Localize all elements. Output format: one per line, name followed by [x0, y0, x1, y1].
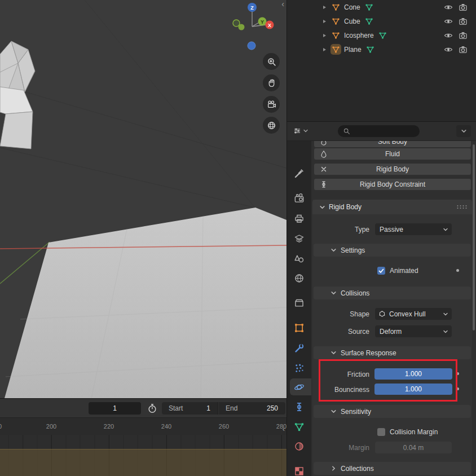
- pan-button[interactable]: [263, 74, 280, 91]
- tab-world-properties[interactable]: [294, 273, 305, 284]
- ruler-tick: 220: [104, 423, 114, 430]
- rigid-body-panel-header[interactable]: Rigid Body: [312, 200, 472, 214]
- add-rigid-body-constraint-button[interactable]: Rigid Body Constraint: [314, 179, 471, 190]
- layers-icon: [294, 233, 305, 244]
- tab-view-layer-properties[interactable]: [294, 233, 305, 244]
- ruler-tick-partial: 0: [0, 423, 2, 430]
- tab-collection-properties[interactable]: [294, 298, 305, 308]
- object-name[interactable]: Cone: [344, 3, 360, 11]
- constraint-icon: [294, 402, 305, 412]
- object-name[interactable]: Plane: [344, 46, 362, 54]
- eye-icon[interactable]: [444, 45, 453, 54]
- ruler-tick: 260: [219, 423, 229, 430]
- chevron-down-icon: [443, 329, 448, 334]
- drag-grip-icon[interactable]: [456, 204, 468, 210]
- 3d-viewport[interactable]: Z Y X ‹: [0, 0, 287, 398]
- eye-icon[interactable]: [444, 17, 453, 26]
- outliner-row-cone[interactable]: Cone: [287, 0, 476, 14]
- tab-tool-properties[interactable]: [294, 168, 305, 179]
- filter-dropdown-button[interactable]: [456, 125, 471, 137]
- tool-icon: [294, 168, 305, 179]
- collection-box-icon: [294, 298, 305, 308]
- outliner-row-cube[interactable]: Cube: [287, 14, 476, 28]
- tab-material-properties[interactable]: [294, 441, 305, 452]
- object-name[interactable]: Cube: [344, 17, 360, 25]
- outliner-row-plane[interactable]: Plane: [287, 42, 476, 56]
- settings-subpanel-header[interactable]: Settings: [314, 244, 471, 257]
- source-dropdown[interactable]: Deform: [375, 325, 452, 337]
- properties-panel: Soft Body Fluid Rigid Body Rigid Body Co…: [287, 121, 476, 476]
- properties-scrollbar[interactable]: [473, 144, 475, 330]
- tab-scene-properties[interactable]: [294, 253, 305, 264]
- start-value: 1: [206, 404, 210, 412]
- animated-checkbox[interactable]: [377, 267, 385, 275]
- object-square-icon: [294, 323, 305, 333]
- timeline-track-area[interactable]: [0, 435, 287, 476]
- negative-z-axis-ball[interactable]: [248, 42, 255, 50]
- current-frame-field[interactable]: 1: [89, 402, 141, 415]
- tab-object-data-properties[interactable]: [294, 421, 305, 432]
- droplet-icon: [320, 150, 328, 158]
- camera-icon[interactable]: [459, 17, 468, 26]
- axis-negative-ball[interactable]: [233, 20, 240, 27]
- axis-ball[interactable]: [239, 24, 245, 30]
- mesh-data-icon: [378, 31, 387, 39]
- printer-icon: [294, 213, 305, 224]
- margin-label: Margin: [311, 442, 369, 453]
- tab-particle-properties[interactable]: [294, 363, 305, 373]
- chevron-down-icon: [330, 247, 337, 253]
- add-soft-body-button[interactable]: Soft Body: [314, 141, 471, 147]
- object-name[interactable]: Icosphere: [344, 32, 374, 39]
- panel-title: Collections: [341, 465, 374, 473]
- animate-dot[interactable]: [456, 269, 459, 272]
- tab-render-properties[interactable]: [294, 193, 305, 204]
- tab-object-properties[interactable]: [294, 323, 305, 333]
- check-icon: [378, 267, 385, 274]
- expand-arrow-icon[interactable]: [322, 33, 327, 38]
- outliner-row-icosphere[interactable]: Icosphere: [287, 28, 476, 42]
- tab-physics-properties[interactable]: [294, 382, 305, 393]
- sensitivity-subpanel-header[interactable]: Sensitivity: [314, 405, 471, 418]
- tab-output-properties[interactable]: [294, 213, 305, 224]
- tab-modifier-properties[interactable]: [294, 343, 305, 354]
- camera-icon[interactable]: [459, 3, 468, 12]
- search-input[interactable]: [338, 125, 420, 137]
- shape-dropdown[interactable]: Convex Hull: [375, 308, 452, 320]
- collision-margin-checkbox[interactable]: [377, 428, 385, 436]
- expand-arrow-icon[interactable]: [322, 19, 327, 24]
- collections-panel-header[interactable]: Collections: [314, 462, 471, 475]
- eye-icon[interactable]: [444, 31, 453, 40]
- zoom-button[interactable]: [263, 53, 280, 70]
- navigation-gizmo[interactable]: Z Y X: [227, 0, 277, 52]
- eye-icon[interactable]: [444, 3, 453, 12]
- constraint-icon: [320, 180, 328, 188]
- timeline-ruler[interactable]: 0 200 220 240 260 280 ‹: [0, 418, 287, 435]
- tab-texture-properties[interactable]: [294, 466, 305, 476]
- properties-editor-icon: [293, 126, 302, 135]
- end-label: End: [226, 404, 237, 412]
- camera-icon[interactable]: [459, 31, 468, 40]
- remove-rigid-body-button[interactable]: Rigid Body: [314, 164, 471, 175]
- editor-type-button[interactable]: [293, 126, 308, 135]
- subpanel-title: Settings: [341, 246, 365, 254]
- camera-icon[interactable]: [459, 45, 468, 54]
- end-frame-field[interactable]: End 250: [219, 402, 285, 415]
- collapse-arrow-icon[interactable]: ‹: [283, 425, 285, 433]
- expand-arrow-icon[interactable]: [322, 47, 327, 52]
- orthographic-toggle-button[interactable]: [263, 117, 280, 134]
- tab-constraint-properties[interactable]: [294, 402, 305, 412]
- add-fluid-button[interactable]: Fluid: [314, 148, 471, 160]
- type-dropdown[interactable]: Passive: [375, 223, 452, 235]
- expand-arrow-icon[interactable]: [322, 5, 327, 10]
- collisions-subpanel-header[interactable]: Collisions: [314, 287, 471, 299]
- stopwatch-icon[interactable]: [147, 403, 157, 413]
- start-frame-field[interactable]: Start 1: [162, 402, 218, 415]
- panel-title: Rigid Body: [329, 203, 362, 211]
- camera-view-button[interactable]: [263, 96, 280, 113]
- surface-response-subpanel-header[interactable]: Surface Response: [314, 346, 471, 359]
- collapse-arrow-icon[interactable]: ‹: [281, 0, 284, 8]
- mesh-object-icon: [332, 3, 340, 11]
- timeline-panel: 1 Start 1 End 250 0 200 220 240 260 280 …: [0, 398, 287, 476]
- margin-field: 0.04 m: [375, 442, 452, 453]
- ruler-tick: 280: [276, 423, 287, 430]
